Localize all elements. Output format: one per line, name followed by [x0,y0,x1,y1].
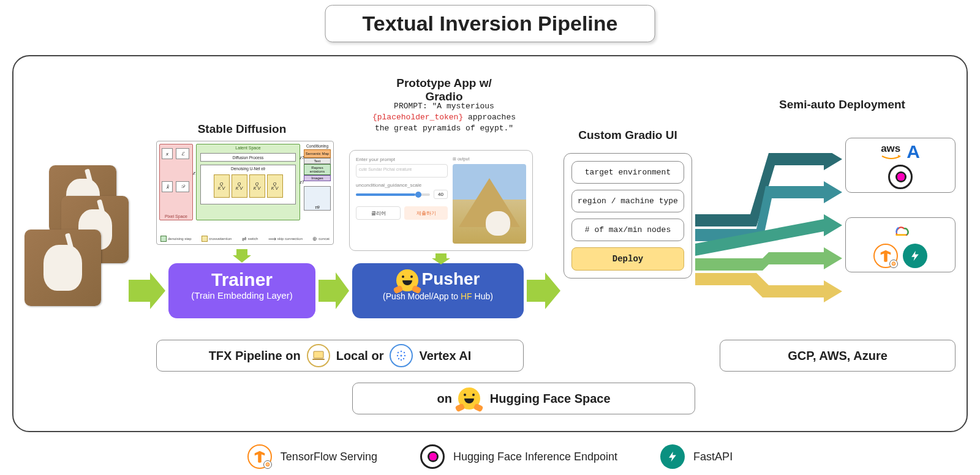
svg-point-15 [404,352,405,353]
deployment-fan-arrows [695,153,842,312]
label-semi-auto: Semi-auto Deployment [778,98,907,111]
tensorflow-serving-icon: ⚙ [873,244,898,268]
gradio-output-image [453,164,526,244]
vertex-ai-icon [390,344,413,367]
pusher-title: Pusher [352,269,524,291]
legend-tf-serving: ⚙ TensorFlow Serving [247,444,377,469]
svg-point-14 [401,351,402,352]
cloud-target-gcp: ⚙ [845,217,956,272]
custom-gradio-ui-card: target environment region / machine type… [564,153,692,279]
aws-icon: aws [881,143,902,161]
legend-fastapi: FastAPI [660,444,733,469]
gradio-output-label: ⊞ output [453,157,526,162]
field-node-count[interactable]: # of max/min nodes [571,219,684,241]
gcp-icon [891,222,910,240]
stable-diffusion-architecture: x ℰ x̃ 𝒟 Pixel Space Latent Space Diffus… [156,141,334,245]
flow-arrow-1 [129,272,165,309]
legend-hf-inference: Hugging Face Inference Endpoint [420,444,617,469]
tensorflow-serving-icon: ⚙ [247,444,272,469]
cloud-targets: aws A ⚙ [845,138,956,297]
trainer-subtitle: (Train Embedding Layer) [168,290,315,301]
svg-marker-0 [129,272,165,309]
laptop-icon [307,344,330,367]
gradio-guidance-label: unconditional_guidance_scale [356,182,448,188]
label-custom-ui: Custom Gradio UI [567,129,689,142]
flow-arrow-gradio-to-pusher [432,253,450,264]
flow-arrow-2 [318,272,349,309]
svg-point-20 [401,359,402,361]
gradio-guidance-value: 40 [434,190,448,199]
pill-tfx-pipeline: TFX Pipeline on Local or Vertex AI [156,340,524,372]
label-stable-diffusion: Stable Diffusion [181,122,303,136]
azure-icon: A [907,141,920,162]
training-image-3 [24,230,101,306]
flow-arrow-sd-to-trainer [233,249,251,263]
legend-footer: ⚙ TensorFlow Serving Hugging Face Infere… [0,444,980,469]
hugging-face-icon [458,387,480,410]
cloud-target-aws-azure: aws A [845,138,956,193]
svg-marker-1 [318,272,349,309]
svg-marker-2 [527,272,560,309]
fastapi-icon [903,244,927,268]
gradio-clear-button[interactable]: 클리어 [356,206,401,220]
gradio-guidance-slider[interactable] [356,193,430,196]
gradio-submit-button[interactable]: 제출하기 [404,206,448,220]
pusher-block: Pusher (Push Model/App to HF Hub) [352,263,524,318]
hf-inference-icon [420,444,445,469]
svg-marker-4 [432,253,450,264]
trainer-title: Trainer [168,269,315,290]
svg-rect-12 [312,359,325,360]
hf-inference-icon [888,165,913,189]
svg-point-21 [403,358,404,359]
pusher-subtitle: (Push Model/App to HF Hub) [352,291,524,301]
svg-rect-11 [314,351,323,358]
svg-point-18 [404,355,405,356]
training-images [24,165,135,294]
svg-marker-3 [233,249,251,263]
svg-point-19 [398,358,399,359]
svg-point-17 [401,355,402,357]
gradio-prompt-label: Enter your prompt [356,157,448,162]
label-prototype: Prototype App w/ Gradio [377,77,511,103]
field-region-machine[interactable]: region / machine type [571,190,684,212]
diagram-title: Textual Inversion Pipeline [325,5,655,42]
pill-clouds: GCP, AWS, Azure [720,340,956,372]
svg-point-13 [398,352,399,353]
trainer-block: Trainer (Train Embedding Layer) [168,263,315,318]
flow-arrow-3 [527,272,560,309]
fastapi-icon [660,444,685,469]
hugging-face-icon [396,269,418,291]
svg-marker-9 [695,273,842,302]
field-target-env[interactable]: target environment [571,161,684,184]
gradio-prompt-input[interactable]: cute Sundar Pichai creature [356,164,448,178]
svg-point-16 [397,355,398,356]
pill-hf-space: on Hugging Face Space [352,383,695,414]
gradio-prototype-panel: Enter your prompt cute Sundar Pichai cre… [349,150,533,251]
prompt-text-example: PROMPT: "A mysterious {placeholder_token… [368,101,521,135]
deploy-button[interactable]: Deploy [571,247,684,271]
